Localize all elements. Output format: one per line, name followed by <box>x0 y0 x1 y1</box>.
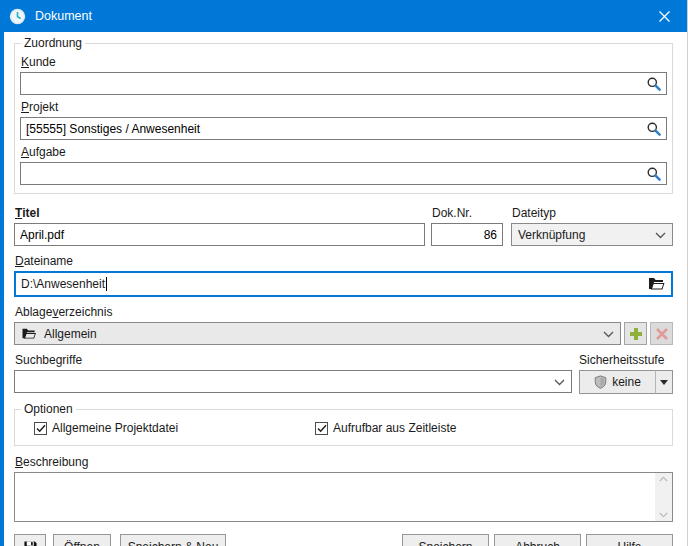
open-folder-icon <box>648 276 665 291</box>
suchbegriffe-label: Suchbegriffe <box>15 353 572 367</box>
abbruch-button[interactable]: Abbruch <box>494 534 581 546</box>
dateiname-value: D:\Anwesenheit <box>21 277 105 291</box>
dateityp-dropdown[interactable]: Verknüpfung <box>511 223 673 246</box>
beschreibung-label: Beschreibung <box>15 455 673 469</box>
aufgabe-search-button[interactable] <box>646 166 662 182</box>
titlebar: Dokument <box>0 0 687 32</box>
green-plus-icon <box>629 327 643 341</box>
speichern-und-neu-button[interactable]: Speichern & Neu <box>120 534 226 546</box>
aufgabe-field-wrap <box>20 162 667 185</box>
text-caret <box>106 277 107 291</box>
sicherheitsstufe-main-button[interactable]: keine <box>579 370 656 394</box>
checkbox-allgemeine-projektdatei[interactable]: Allgemeine Projektdatei <box>34 421 315 435</box>
titel-label: Titel <box>15 206 425 220</box>
scroll-up-icon <box>659 476 668 482</box>
suchbegriffe-combobox[interactable] <box>14 370 572 393</box>
checkbox-checked-icon <box>34 422 47 435</box>
kunde-search-button[interactable] <box>646 76 662 92</box>
beschreibung-textarea[interactable] <box>15 473 655 521</box>
ablageverzeichnis-row: Allgemein <box>14 322 673 345</box>
chevron-down-icon <box>655 228 666 242</box>
beschreibung-field-wrap <box>14 472 673 522</box>
speichern-button[interactable]: Speichern <box>402 534 489 546</box>
titel-input[interactable] <box>14 223 425 246</box>
dateityp-value: Verknüpfung <box>518 228 585 242</box>
close-button[interactable] <box>641 0 687 32</box>
sicherheitsstufe-label: Sicherheitsstufe <box>579 353 673 367</box>
beschreibung-scrollbar[interactable] <box>655 473 672 521</box>
button-row: Öffnen Speichern & Neu Speichern Abbruch… <box>14 534 673 546</box>
such-sich-row: Suchbegriffe Sicherheitsstufe keine <box>14 345 673 394</box>
checkbox-label: Aufrufbar aus Zeitleiste <box>333 421 456 435</box>
shield-icon <box>594 375 607 389</box>
red-x-icon <box>656 328 668 340</box>
save-icon-button[interactable] <box>14 534 46 546</box>
hilfe-button[interactable]: Hilfe <box>586 534 673 546</box>
clock-icon <box>9 8 26 25</box>
ablageverzeichnis-value: Allgemein <box>44 327 97 341</box>
projekt-field-wrap <box>20 117 667 140</box>
browse-file-button[interactable] <box>648 276 665 292</box>
dateiname-input[interactable]: D:\Anwesenheit <box>14 271 673 297</box>
kunde-field-wrap <box>20 72 667 95</box>
ablageverzeichnis-dropdown[interactable]: Allgemein <box>14 322 621 345</box>
dialog-body: Zuordnung Kunde Projekt Aufgabe <box>4 37 687 546</box>
chevron-down-icon <box>554 375 565 389</box>
dropdown-arrow-icon <box>660 380 668 385</box>
oeffnen-button[interactable]: Öffnen <box>53 534 111 546</box>
close-icon <box>659 11 670 22</box>
projekt-search-button[interactable] <box>646 121 662 137</box>
chevron-down-icon <box>603 327 614 341</box>
magnifier-icon <box>646 121 662 137</box>
doknr-label: Dok.Nr. <box>432 206 503 220</box>
scroll-down-icon <box>659 512 668 518</box>
ablageverzeichnis-label: Ablageverzeichnis <box>15 305 673 319</box>
magnifier-icon <box>646 76 662 92</box>
checkbox-aufrufbar-aus-zeitleiste[interactable]: Aufrufbar aus Zeitleiste <box>315 421 456 435</box>
kunde-label: Kunde <box>21 55 667 69</box>
group-zuordnung: Zuordnung Kunde Projekt Aufgabe <box>14 37 673 194</box>
aufgabe-label: Aufgabe <box>21 145 667 159</box>
projekt-input[interactable] <box>20 117 667 140</box>
magnifier-icon <box>646 166 662 182</box>
group-zuordnung-label: Zuordnung <box>21 37 85 50</box>
dateiname-label: Dateiname <box>15 254 673 268</box>
floppy-disk-icon <box>23 540 38 546</box>
doknr-input[interactable] <box>431 223 503 246</box>
window-title: Dokument <box>35 9 92 23</box>
kunde-input[interactable] <box>20 72 667 95</box>
dateityp-label: Dateityp <box>512 206 673 220</box>
sicherheitsstufe-button: keine <box>579 370 673 394</box>
group-optionen-label: Optionen <box>21 403 76 416</box>
group-optionen: Optionen Allgemeine Projektdatei Aufrufb… <box>14 403 673 446</box>
checkbox-label: Allgemeine Projektdatei <box>52 421 178 435</box>
aufgabe-input[interactable] <box>20 162 667 185</box>
sicherheitsstufe-value: keine <box>612 375 641 389</box>
projekt-label: Projekt <box>21 100 667 114</box>
sicherheitsstufe-dropdown-button[interactable] <box>655 370 673 394</box>
checkbox-checked-icon <box>315 422 328 435</box>
folder-icon <box>21 327 37 340</box>
add-folder-button[interactable] <box>624 322 647 345</box>
titel-row: Titel Dok.Nr. Dateityp Verknüpfung <box>14 201 673 246</box>
remove-folder-button <box>650 322 673 345</box>
